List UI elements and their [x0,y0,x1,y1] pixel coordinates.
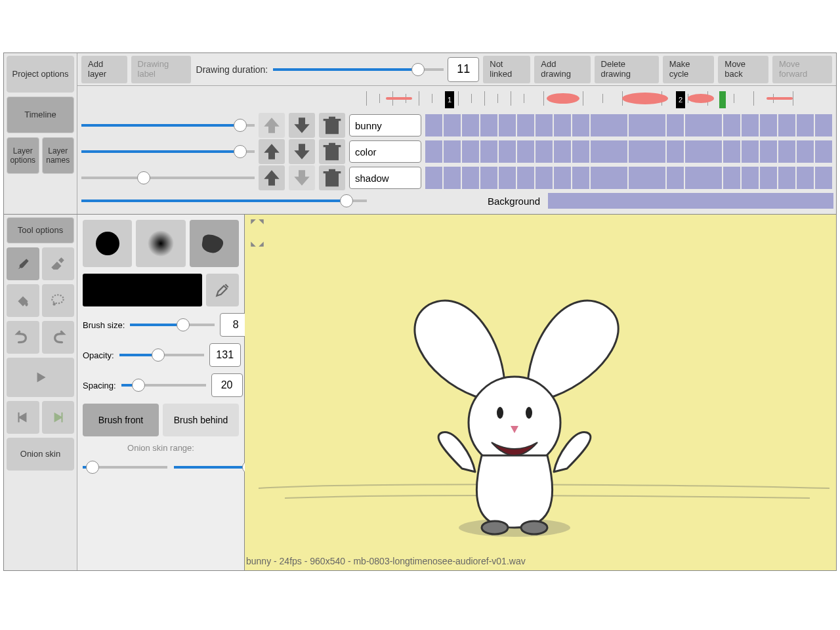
layer-frames[interactable] [425,140,833,163]
delete-drawing-label: Delete drawing [601,60,652,79]
layer-opacity-slider[interactable] [81,124,255,127]
play-button[interactable] [7,358,74,397]
svg-point-6 [482,521,508,534]
brush-tool-button[interactable] [7,247,39,280]
layer-row-color [77,138,836,165]
opacity-slider[interactable] [119,354,204,356]
tool-options-button[interactable]: Tool options [7,217,74,243]
brush-front-button[interactable]: Brush front [83,404,159,436]
timeline-marker-1[interactable]: 1 [445,91,454,108]
layer-name-input[interactable] [349,167,421,189]
opacity-input[interactable] [209,343,241,367]
fill-tool-button[interactable] [7,284,39,317]
layer-opacity-slider[interactable] [81,150,255,153]
move-layer-up-button[interactable] [259,165,285,190]
not-linked-label: Not linked [490,60,524,79]
svg-point-3 [148,230,174,257]
timeline-ruler[interactable]: 1 2 [360,86,836,112]
spacing-slider[interactable] [121,384,206,387]
redo-button[interactable] [42,321,75,354]
move-layer-down-button [289,165,315,190]
delete-drawing-button[interactable]: Delete drawing [595,56,659,83]
drawing-label-button: Drawing label [131,56,191,83]
brush-behind-button[interactable]: Brush behind [163,404,239,436]
move-layer-down-button[interactable] [289,139,315,164]
drawing-canvas[interactable]: bunny - 24fps - 960x540 - mb-0803-longti… [245,215,836,570]
move-forward-button: Move forward [772,56,832,83]
onion-skin-range-label: Onion skin range: [83,443,239,453]
background-label: Background [472,196,544,207]
brush-size-slider[interactable] [130,324,215,326]
svg-point-0 [52,295,64,303]
layer-opacity-slider[interactable] [81,177,255,179]
timeline-playhead[interactable] [719,91,726,108]
spacing-label: Spacing: [83,381,116,390]
project-options-button[interactable]: Project options [7,56,74,93]
svg-point-1 [53,303,56,305]
opacity-label: Opacity: [83,350,114,360]
delete-layer-button[interactable] [319,165,345,190]
brush-preset-hard[interactable] [83,220,132,267]
move-forward-label: Move forward [779,60,826,79]
layer-names-button[interactable]: Layer names [42,137,75,174]
svg-point-2 [96,232,119,255]
next-frame-button[interactable] [42,401,75,434]
brush-preset-soft[interactable] [136,220,185,267]
background-strip[interactable] [548,193,833,209]
spacing-input[interactable] [211,373,243,397]
onion-range-start-slider[interactable] [83,466,167,469]
brush-size-label: Brush size: [83,320,125,330]
eyedropper-button[interactable] [206,274,239,306]
make-cycle-button[interactable]: Make cycle [663,56,715,83]
timeline-marker-2[interactable]: 2 [676,91,685,108]
add-layer-label: Add layer [88,60,121,79]
add-layer-button[interactable]: Add layer [81,56,127,83]
delete-layer-button[interactable] [319,139,345,164]
not-linked-button[interactable]: Not linked [483,56,530,83]
svg-point-7 [521,521,547,534]
move-layer-up-button[interactable] [259,139,285,164]
svg-point-9 [526,407,532,419]
current-color-swatch[interactable] [83,274,202,306]
prev-frame-button[interactable] [7,401,39,434]
delete-layer-button[interactable] [319,113,345,138]
drawing-label-label: Drawing label [138,60,184,79]
drawing-duration-label: Drawing duration: [196,64,268,75]
brush-preset-texture[interactable] [190,220,239,267]
drawing-duration-slider[interactable] [273,68,444,71]
timeline-button[interactable]: Timeline [7,96,74,133]
eraser-tool-button[interactable] [42,247,75,280]
layer-row-background: Background [77,191,836,211]
move-layer-up-button [259,113,285,138]
add-drawing-button[interactable]: Add drawing [534,56,590,83]
drawing-duration-input[interactable] [448,57,479,82]
layer-name-input[interactable] [349,114,421,136]
layer-row-shadow [77,165,836,191]
add-drawing-label: Add drawing [541,60,583,79]
move-back-label: Move back [724,60,762,79]
make-cycle-label: Make cycle [669,60,708,79]
svg-point-8 [497,407,503,419]
onion-skin-button[interactable]: Onion skin [7,438,74,471]
layer-frames[interactable] [425,114,833,136]
layer-row-bunny [77,112,836,138]
layer-name-input[interactable] [349,140,421,163]
lasso-tool-button[interactable] [42,284,75,317]
undo-button[interactable] [7,321,39,354]
layer-options-button[interactable]: Layer options [7,137,39,174]
move-layer-down-button[interactable] [289,113,315,138]
status-bar: bunny - 24fps - 960x540 - mb-0803-longti… [245,556,836,570]
layer-opacity-slider[interactable] [81,200,367,202]
layer-frames[interactable] [425,167,833,189]
move-back-button[interactable]: Move back [718,56,768,83]
